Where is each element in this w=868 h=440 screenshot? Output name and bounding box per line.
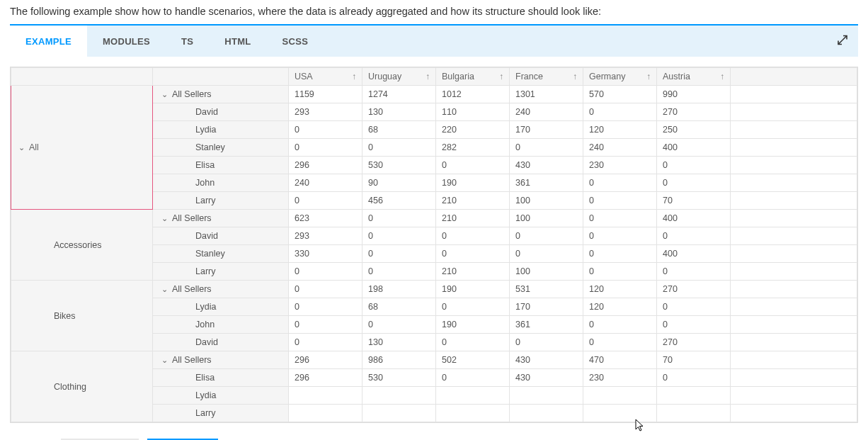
data-cell[interactable]: 210 <box>436 210 510 227</box>
data-cell[interactable]: 1159 <box>289 86 362 103</box>
row-all-sellers[interactable]: ⌄All Sellers <box>153 351 289 369</box>
data-cell[interactable]: 0 <box>289 334 362 351</box>
data-cell[interactable]: 0 <box>436 369 510 387</box>
data-cell[interactable]: 530 <box>362 157 436 174</box>
data-cell[interactable]: 470 <box>583 351 657 369</box>
data-cell[interactable]: 240 <box>510 103 583 121</box>
data-cell[interactable]: 502 <box>436 351 510 369</box>
data-cell[interactable]: 0 <box>583 192 657 210</box>
data-cell[interactable]: 0 <box>583 103 657 121</box>
data-cell[interactable]: 296 <box>289 369 362 387</box>
data-cell[interactable]: 250 <box>657 121 731 139</box>
col-header-germany[interactable]: Germany↑ <box>583 68 657 86</box>
row-category[interactable]: Bikes <box>11 281 153 351</box>
data-cell[interactable] <box>510 387 583 405</box>
data-cell[interactable]: 120 <box>583 281 657 298</box>
data-cell[interactable] <box>583 387 657 405</box>
data-cell[interactable]: 0 <box>583 245 657 263</box>
data-cell[interactable]: 400 <box>657 245 731 263</box>
data-cell[interactable]: 400 <box>657 210 731 227</box>
data-cell[interactable]: 990 <box>657 86 731 103</box>
data-cell[interactable]: 100 <box>510 192 583 210</box>
col-header-uruguay[interactable]: Uruguay↑ <box>362 68 436 86</box>
sort-asc-icon[interactable]: ↑ <box>573 72 577 81</box>
data-cell[interactable]: 68 <box>362 121 436 139</box>
data-cell[interactable]: 361 <box>510 316 583 334</box>
col-header-bulgaria[interactable]: Bulgaria↑ <box>436 68 510 86</box>
data-cell[interactable]: 0 <box>436 334 510 351</box>
row-category[interactable]: Accessories <box>11 210 153 281</box>
data-cell[interactable]: 0 <box>289 121 362 139</box>
col-header-france[interactable]: France↑ <box>510 68 583 86</box>
sort-asc-icon[interactable]: ↑ <box>720 72 724 81</box>
tab-html[interactable]: HTML <box>209 26 266 57</box>
data-cell[interactable]: 0 <box>657 316 731 334</box>
data-cell[interactable]: 0 <box>289 192 362 210</box>
data-cell[interactable]: 230 <box>583 369 657 387</box>
data-cell[interactable]: 530 <box>362 369 436 387</box>
data-cell[interactable]: 198 <box>362 281 436 298</box>
data-cell[interactable]: 0 <box>289 298 362 316</box>
data-cell[interactable]: 100 <box>510 210 583 227</box>
data-cell[interactable]: 0 <box>510 245 583 263</box>
row-all-sellers[interactable]: ⌄All Sellers <box>153 281 289 298</box>
data-cell[interactable]: 296 <box>289 351 362 369</box>
data-cell[interactable]: 0 <box>583 210 657 227</box>
data-cell[interactable]: 0 <box>362 227 436 245</box>
data-cell[interactable]: 400 <box>657 139 731 157</box>
data-cell[interactable]: 1274 <box>362 86 436 103</box>
data-cell[interactable]: 70 <box>657 192 731 210</box>
data-cell[interactable] <box>289 405 362 422</box>
data-cell[interactable]: 90 <box>362 174 436 192</box>
data-cell[interactable]: 210 <box>436 263 510 281</box>
tab-ts[interactable]: TS <box>166 26 209 57</box>
col-header-usa[interactable]: USA↑ <box>289 68 362 86</box>
data-cell[interactable]: 0 <box>362 245 436 263</box>
data-cell[interactable]: 210 <box>436 192 510 210</box>
data-cell[interactable]: 330 <box>289 245 362 263</box>
data-cell[interactable]: 531 <box>510 281 583 298</box>
data-cell[interactable]: 270 <box>657 334 731 351</box>
data-cell[interactable]: 0 <box>583 227 657 245</box>
data-cell[interactable]: 293 <box>289 227 362 245</box>
data-cell[interactable]: 430 <box>510 351 583 369</box>
data-cell[interactable]: 0 <box>289 281 362 298</box>
data-cell[interactable]: 0 <box>510 227 583 245</box>
sort-asc-icon[interactable]: ↑ <box>646 72 651 81</box>
data-cell[interactable]: 0 <box>510 334 583 351</box>
data-cell[interactable]: 0 <box>289 263 362 281</box>
data-cell[interactable]: 0 <box>657 298 731 316</box>
data-cell[interactable]: 190 <box>436 281 510 298</box>
data-cell[interactable]: 293 <box>289 103 362 121</box>
data-cell[interactable]: 120 <box>583 298 657 316</box>
data-cell[interactable]: 100 <box>510 263 583 281</box>
data-cell[interactable]: 190 <box>436 316 510 334</box>
data-cell[interactable]: 110 <box>436 103 510 121</box>
sort-asc-icon[interactable]: ↑ <box>352 72 356 81</box>
data-cell[interactable]: 70 <box>657 351 731 369</box>
data-cell[interactable]: 1301 <box>510 86 583 103</box>
expand-all-control[interactable]: ⌄All <box>18 142 39 152</box>
data-cell[interactable]: 0 <box>362 316 436 334</box>
data-cell[interactable] <box>289 387 362 405</box>
row-category[interactable]: Clothing <box>11 351 153 422</box>
data-cell[interactable] <box>436 405 510 422</box>
sort-asc-icon[interactable]: ↑ <box>426 72 430 81</box>
sort-asc-icon[interactable]: ↑ <box>499 72 503 81</box>
expand-icon[interactable] <box>837 35 848 48</box>
data-cell[interactable]: 0 <box>657 174 731 192</box>
data-cell[interactable]: 1012 <box>436 86 510 103</box>
data-cell[interactable]: 0 <box>436 298 510 316</box>
data-cell[interactable] <box>362 405 436 422</box>
data-cell[interactable]: 0 <box>362 263 436 281</box>
data-cell[interactable]: 570 <box>583 86 657 103</box>
data-cell[interactable] <box>510 405 583 422</box>
data-cell[interactable]: 430 <box>510 369 583 387</box>
data-cell[interactable] <box>362 387 436 405</box>
row-all-sellers[interactable]: ⌄All Sellers <box>153 86 289 103</box>
data-cell[interactable]: 0 <box>583 334 657 351</box>
data-cell[interactable] <box>657 405 731 422</box>
data-cell[interactable]: 0 <box>583 316 657 334</box>
col-header-austria[interactable]: Austria↑ <box>657 68 731 86</box>
data-cell[interactable]: 170 <box>510 121 583 139</box>
